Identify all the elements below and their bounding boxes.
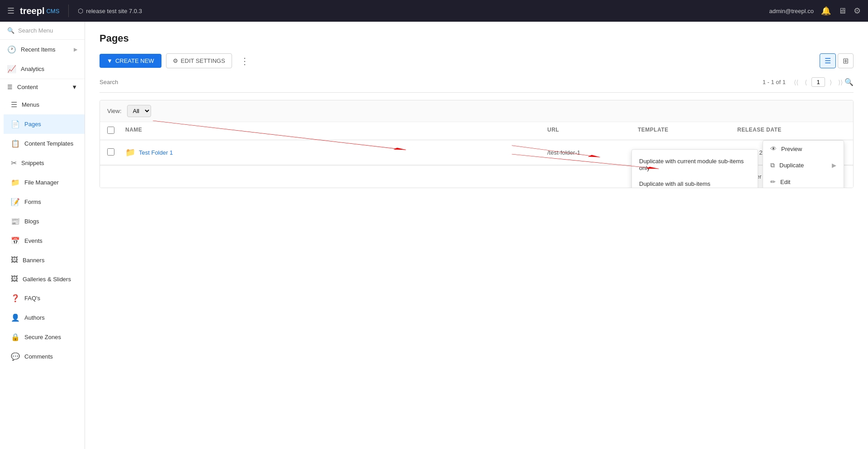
sidebar-item-banners[interactable]: 🖼 Banners [4, 250, 85, 269]
notification-icon[interactable]: 🔔 [821, 6, 831, 16]
faqs-icon: ❓ [11, 294, 20, 302]
sidebar-item-label: File Manager [24, 179, 59, 186]
submenu-item-duplicate-current[interactable]: Duplicate with current module sub-items … [632, 153, 758, 176]
banners-icon: 🖼 [11, 256, 18, 264]
sidebar-item-label: FAQ's [24, 295, 40, 302]
pagination-prev-button[interactable]: ⟨ [803, 78, 809, 87]
logo: treeplCMS [20, 6, 59, 16]
context-menu: 👁 Preview ⧉ Duplicate ▶ ✏ Edit 🖊 On-Si [763, 140, 844, 188]
sidebar-section-label: Content [17, 84, 38, 90]
topnav-right: admin@treepl.co 🔔 🖥 ⚙ [769, 6, 861, 16]
sidebar-item-recent-items[interactable]: 🕐 Recent Items ▶ [0, 40, 85, 59]
list-view-button[interactable]: ☰ [820, 53, 836, 68]
monitor-icon[interactable]: 🖥 [838, 6, 846, 16]
row-checkbox[interactable] [107, 148, 114, 156]
analytics-icon: 📈 [7, 65, 16, 73]
more-options-button[interactable]: ⋮ [237, 54, 253, 68]
context-menu-duplicate-label: Duplicate [779, 162, 804, 169]
actions-header [828, 127, 846, 135]
context-menu-duplicate[interactable]: ⧉ Duplicate ▶ [763, 157, 844, 174]
sidebar-sub-items: ☰ Menus 📄 Pages 📋 Content Templates ✂ Sn… [0, 95, 85, 366]
site-icon: ⬡ [78, 7, 83, 14]
view-filter-row: View: All [100, 100, 853, 122]
sidebar-item-pages[interactable]: 📄 Pages [4, 114, 85, 134]
galleries-icon: 🖼 [11, 275, 18, 283]
layout: 🔍 Search Menu 🕐 Recent Items ▶ 📈 Analyti… [0, 22, 868, 449]
main-content: Pages ▼ CREATE NEW ⚙ EDIT SETTINGS ⋮ ☰ ⊞… [85, 22, 868, 449]
sidebar-item-galleries-sliders[interactable]: 🖼 Galleries & Sliders [4, 269, 85, 288]
checkbox-header [107, 127, 125, 135]
sidebar-item-label: Events [24, 237, 43, 244]
pagination-first-button[interactable]: ⟨⟨ [792, 78, 800, 87]
search-icon: 🔍 [7, 27, 14, 34]
sidebar-item-events[interactable]: 📅 Events [4, 231, 85, 250]
row-name-link[interactable]: Test Folder 1 [139, 149, 173, 156]
view-select[interactable]: All [127, 105, 151, 117]
view-label: View: [107, 108, 122, 114]
chevron-down-icon: ▼ [71, 84, 77, 90]
row-url-cell: /test-folder-1 [547, 149, 638, 156]
menus-icon: ☰ [11, 100, 17, 109]
pages-table: View: All Name URL Template Release Date [100, 100, 854, 188]
arrow-icon: ▶ [74, 47, 77, 52]
sidebar-item-label: Forms [24, 199, 41, 205]
submenu-item-duplicate-all[interactable]: Duplicate with all sub-items [632, 176, 758, 188]
logo-cms: CMS [46, 8, 59, 14]
pagination-page-input[interactable] [811, 77, 825, 87]
context-menu-preview[interactable]: 👁 Preview [763, 141, 844, 157]
create-new-button[interactable]: ▼ CREATE NEW [100, 54, 161, 68]
view-controls: ☰ ⊞ [820, 53, 854, 68]
settings-icon[interactable]: ⚙ [854, 6, 861, 16]
pages-icon: 📄 [11, 120, 20, 128]
sidebar-item-file-manager[interactable]: 📁 File Manager [4, 173, 85, 192]
select-all-checkbox[interactable] [107, 127, 114, 134]
sidebar-item-label: Blogs [24, 218, 39, 225]
sidebar-item-blogs[interactable]: 📰 Blogs [4, 212, 85, 231]
page-title: Pages [100, 33, 854, 44]
sidebar-item-analytics[interactable]: 📈 Analytics [0, 59, 85, 79]
submenu-arrow-icon: ▶ [832, 162, 836, 169]
sidebar-item-label: Snippets [21, 160, 44, 166]
edit-icon: ✏ [770, 178, 776, 185]
sidebar-item-label: Content Templates [24, 140, 73, 147]
context-menu-edit[interactable]: ✏ Edit [763, 174, 844, 188]
pagination-last-button[interactable]: ⟩⟩ [836, 78, 844, 87]
menu-icon[interactable]: ☰ [7, 6, 14, 16]
create-new-label: CREATE NEW [115, 57, 154, 64]
grid-view-button[interactable]: ⊞ [838, 53, 854, 68]
duplicate-submenu: Duplicate with current module sub-items … [631, 149, 758, 188]
sidebar-item-snippets[interactable]: ✂ Snippets [4, 153, 85, 173]
sidebar-search[interactable]: 🔍 Search Menu [0, 22, 85, 40]
sidebar-item-content-templates[interactable]: 📋 Content Templates [4, 134, 85, 153]
blogs-icon: 📰 [11, 217, 20, 226]
edit-settings-button[interactable]: ⚙ EDIT SETTINGS [166, 53, 232, 68]
search-input[interactable] [100, 79, 763, 85]
logo-text: treepl [20, 6, 44, 16]
templates-icon: 📋 [11, 139, 20, 148]
topnav: ☰ treeplCMS ⬡ release test site 7.0.3 ad… [0, 0, 868, 22]
sidebar-section-content[interactable]: ☰ Content ▼ [0, 79, 85, 95]
sidebar-item-forms[interactable]: 📝 Forms [4, 192, 85, 212]
forms-icon: 📝 [11, 198, 20, 206]
pagination-next-button[interactable]: ⟩ [828, 78, 834, 87]
sidebar-item-secure-zones[interactable]: 🔒 Secure Zones [4, 327, 85, 347]
sidebar: 🔍 Search Menu 🕐 Recent Items ▶ 📈 Analyti… [0, 22, 85, 449]
sidebar-item-label: Banners [23, 257, 44, 264]
search-icon[interactable]: 🔍 [844, 78, 854, 86]
nav-divider [68, 5, 69, 17]
sidebar-item-label: Authors [24, 314, 45, 321]
secure-zones-icon: 🔒 [11, 333, 20, 341]
events-icon: 📅 [11, 236, 20, 245]
sidebar-item-menus[interactable]: ☰ Menus [4, 95, 85, 114]
table-column-headers: Name URL Template Release Date [100, 122, 853, 140]
sidebar-item-label: Comments [24, 353, 53, 360]
site-name: release test site 7.0.3 [86, 8, 142, 14]
edit-settings-label: EDIT SETTINGS [181, 57, 225, 64]
sidebar-item-faqs[interactable]: ❓ FAQ's [4, 288, 85, 308]
snippets-icon: ✂ [11, 159, 17, 167]
name-header: Name [125, 127, 547, 135]
row-checkbox-cell [107, 148, 125, 157]
template-header: Template [638, 127, 737, 135]
sidebar-item-authors[interactable]: 👤 Authors [4, 308, 85, 327]
sidebar-item-comments[interactable]: 💬 Comments [4, 347, 85, 366]
